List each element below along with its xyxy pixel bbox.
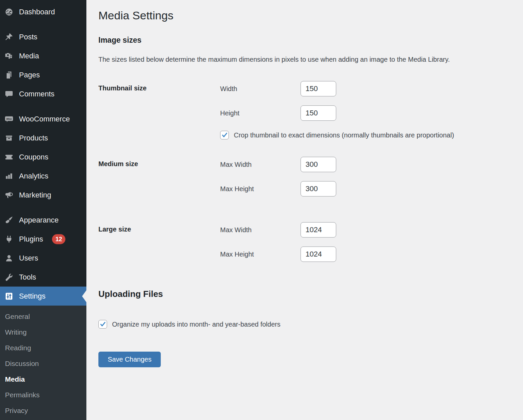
- sidebar-item-label: Users: [19, 254, 38, 263]
- crop-thumbnail-label[interactable]: Crop thumbnail to exact dimensions (norm…: [234, 131, 454, 139]
- sidebar-item-appearance[interactable]: Appearance: [0, 211, 86, 230]
- thumbnail-size-label: Thumbnail size: [98, 81, 220, 139]
- sidebar-item-label: Plugins: [19, 235, 43, 244]
- large-size-fields: Max Width Max Height: [220, 222, 336, 262]
- wrench-icon: [5, 273, 13, 282]
- sidebar-item-label: Posts: [19, 33, 37, 41]
- medium-size-fields: Max Width Max Height: [220, 157, 336, 196]
- bar-chart-icon: [5, 172, 13, 180]
- thumbnail-width-line: Width: [220, 81, 454, 96]
- box-icon: [5, 134, 13, 142]
- paintbrush-icon: [5, 216, 13, 225]
- large-max-height-input[interactable]: [301, 247, 336, 262]
- save-changes-button[interactable]: Save Changes: [98, 352, 161, 367]
- max-height-label: Max Height: [220, 185, 301, 193]
- sidebar-item-plugins[interactable]: Plugins 12: [0, 230, 86, 249]
- pages-icon: [5, 71, 13, 79]
- comment-bubble-icon: [5, 90, 13, 98]
- sidebar-item-label: Analytics: [19, 172, 48, 180]
- sidebar-item-label: Media: [19, 52, 39, 60]
- checkmark-icon: [100, 321, 106, 328]
- thumbnail-width-input[interactable]: [301, 81, 336, 96]
- organize-uploads-label[interactable]: Organize my uploads into month- and year…: [112, 321, 281, 328]
- image-sizes-description: The sizes listed below determine the max…: [98, 56, 510, 63]
- height-label: Height: [220, 109, 301, 117]
- sidebar-item-media[interactable]: Media: [0, 46, 86, 65]
- sidebar-item-label: Dashboard: [19, 8, 55, 16]
- thumbnail-height-line: Height: [220, 105, 454, 121]
- thumbnail-height-input[interactable]: [301, 105, 336, 121]
- sidebar-item-label: Appearance: [19, 216, 59, 225]
- sidebar-item-comments[interactable]: Comments: [0, 84, 86, 103]
- main-content: Media Settings Image sizes The sizes lis…: [86, 0, 523, 420]
- sidebar-item-label: Settings: [19, 292, 46, 301]
- camera-icon: [5, 52, 13, 60]
- dashboard-icon: [5, 8, 13, 16]
- sidebar-item-label: Marketing: [19, 191, 51, 199]
- large-size-label: Large size: [98, 222, 220, 262]
- sidebar-item-pages[interactable]: Pages: [0, 65, 86, 84]
- organize-uploads-checkbox[interactable]: [98, 320, 107, 329]
- uploading-files-heading: Uploading Files: [98, 289, 510, 299]
- checkmark-icon: [221, 132, 228, 138]
- sidebar-item-dashboard[interactable]: Dashboard: [0, 2, 86, 21]
- current-menu-arrow: [82, 290, 86, 302]
- sidebar-item-label: WooCommerce: [19, 115, 70, 123]
- medium-max-height-input[interactable]: [301, 181, 336, 196]
- plugins-count-badge: 12: [52, 234, 65, 244]
- sidebar-item-label: Tools: [19, 273, 36, 282]
- settings-submenu-writing[interactable]: Writing: [0, 325, 86, 340]
- width-label: Width: [220, 85, 301, 93]
- menu-separator: [0, 103, 86, 109]
- thumbnail-size-row: Thumbnail size Width Height Crop thumbna…: [98, 81, 510, 139]
- medium-size-row: Medium size Max Width Max Height: [98, 157, 510, 196]
- sidebar-item-analytics[interactable]: Analytics: [0, 166, 86, 185]
- medium-max-width-input[interactable]: [301, 157, 336, 172]
- sidebar-item-label: Coupons: [19, 153, 48, 161]
- medium-max-width-line: Max Width: [220, 157, 336, 172]
- sidebar-item-label: Products: [19, 134, 48, 142]
- sidebar-item-users[interactable]: Users: [0, 249, 86, 268]
- menu-separator: [0, 21, 86, 27]
- large-max-height-line: Max Height: [220, 247, 336, 262]
- crop-thumbnail-checkbox[interactable]: [220, 131, 229, 139]
- medium-size-label: Medium size: [98, 157, 220, 196]
- plug-icon: [5, 235, 13, 244]
- sidebar-item-settings[interactable]: Settings: [0, 287, 86, 306]
- settings-submenu-privacy[interactable]: Privacy: [0, 403, 86, 419]
- ticket-icon: [5, 153, 13, 161]
- sidebar-item-marketing[interactable]: Marketing: [0, 185, 86, 204]
- settings-submenu-reading[interactable]: Reading: [0, 340, 86, 356]
- sidebar-item-tools[interactable]: Tools: [0, 268, 86, 287]
- admin-menu: Dashboard Posts Media Pages Commen: [0, 0, 86, 420]
- sidebar-item-label: Pages: [19, 71, 40, 79]
- woocommerce-bubble-icon: Woo: [5, 115, 13, 123]
- large-max-width-line: Max Width: [220, 222, 336, 238]
- settings-submenu-media[interactable]: Media: [0, 372, 86, 387]
- crop-thumbnail-line: Crop thumbnail to exact dimensions (norm…: [220, 131, 454, 139]
- image-sizes-heading: Image sizes: [98, 35, 510, 45]
- sidebar-item-posts[interactable]: Posts: [0, 27, 86, 46]
- thumbnail-size-fields: Width Height Crop thumbnail to exact dim…: [220, 81, 454, 139]
- settings-submenu-permalinks[interactable]: Permalinks: [0, 387, 86, 403]
- sidebar-item-products[interactable]: Products: [0, 128, 86, 147]
- large-max-width-input[interactable]: [301, 222, 336, 238]
- sidebar-item-label: Comments: [19, 90, 54, 98]
- pushpin-icon: [5, 33, 13, 41]
- organize-uploads-line: Organize my uploads into month- and year…: [98, 320, 510, 329]
- settings-submenu: General Writing Reading Discussion Media…: [0, 306, 86, 420]
- sidebar-item-coupons[interactable]: Coupons: [0, 147, 86, 166]
- page-title: Media Settings: [98, 8, 510, 22]
- menu-separator: [0, 204, 86, 211]
- max-height-label: Max Height: [220, 251, 301, 258]
- max-width-label: Max Width: [220, 226, 301, 234]
- sidebar-item-woocommerce[interactable]: Woo WooCommerce: [0, 109, 86, 128]
- admin-sidebar: Dashboard Posts Media Pages Commen: [0, 0, 86, 420]
- user-icon: [5, 254, 13, 263]
- settings-submenu-general[interactable]: General: [0, 309, 86, 325]
- megaphone-icon: [5, 191, 13, 199]
- medium-max-height-line: Max Height: [220, 181, 336, 196]
- settings-submenu-discussion[interactable]: Discussion: [0, 356, 86, 372]
- max-width-label: Max Width: [220, 161, 301, 168]
- sliders-icon: [5, 292, 13, 301]
